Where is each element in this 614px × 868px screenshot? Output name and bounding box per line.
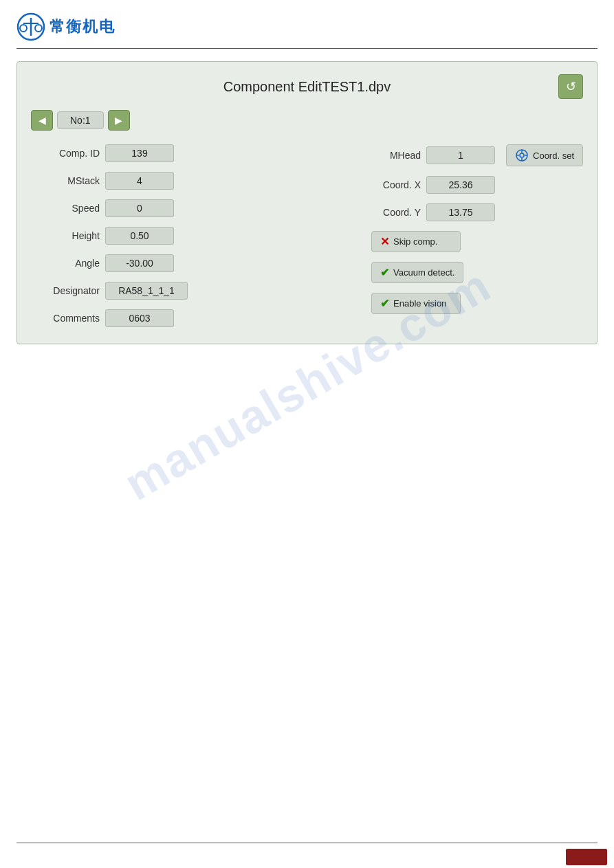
footer: [0, 846, 614, 868]
coord-x-row: Coord. X 25.36: [366, 176, 583, 194]
angle-value: -30.00: [105, 254, 174, 272]
speed-label: Speed: [31, 203, 100, 214]
coord-set-label: Coord. set: [533, 151, 574, 161]
coord-y-row: Coord. Y 13.75: [366, 203, 583, 221]
check-icon-vacuum: ✔: [380, 266, 389, 279]
coord-x-label: Coord. X: [366, 179, 421, 190]
speed-value: 0: [105, 199, 174, 217]
coord-y-value: 13.75: [426, 203, 495, 221]
panel-title: Component EditTEST1.dpv: [56, 79, 558, 95]
svg-point-3: [20, 25, 27, 32]
footer-divider: [17, 843, 597, 843]
skip-comp-button[interactable]: ✕ Skip comp.: [371, 231, 461, 252]
height-label: Height: [31, 230, 100, 241]
vacuum-detect-button[interactable]: ✔ Vacuum detect.: [371, 262, 463, 283]
height-value: 0.50: [105, 227, 174, 245]
next-button[interactable]: ▶: [108, 110, 130, 131]
comments-value: 0603: [105, 309, 174, 327]
enable-vision-row: ✔ Enable vision: [366, 293, 583, 314]
panel-title-row: Component EditTEST1.dpv ↺: [31, 74, 583, 99]
angle-row: Angle -30.00: [31, 254, 345, 272]
coord-y-label: Coord. Y: [366, 207, 421, 218]
coord-set-button[interactable]: Coord. set: [506, 144, 583, 166]
x-icon: ✕: [380, 235, 389, 248]
height-row: Height 0.50: [31, 227, 345, 245]
speed-row: Speed 0: [31, 199, 345, 217]
left-column: Comp. ID 139 MStack 4 Speed 0 Height 0.5…: [31, 144, 345, 327]
check-icon-vision: ✔: [380, 297, 389, 310]
coord-x-value: 25.36: [426, 176, 495, 194]
logo-text: 常衡机电: [50, 16, 116, 37]
prev-button[interactable]: ◀: [31, 110, 53, 131]
right-column: MHead 1 Coord. set Coord. X: [366, 144, 583, 327]
crosshair-icon: [515, 148, 529, 162]
svg-point-6: [520, 153, 524, 157]
mhead-label: MHead: [366, 150, 421, 161]
skip-comp-label: Skip comp.: [393, 236, 437, 247]
comments-label: Comments: [31, 313, 100, 324]
enable-vision-button[interactable]: ✔ Enable vision: [371, 293, 461, 314]
main-panel: Component EditTEST1.dpv ↺ ◀ No:1 ▶ Comp.…: [17, 61, 597, 344]
designator-row: Designator RA58_1_1_1: [31, 282, 345, 300]
footer-button[interactable]: [566, 849, 607, 865]
svg-point-4: [35, 25, 42, 32]
logo-icon: [17, 12, 45, 41]
header-divider: [17, 48, 597, 49]
vacuum-detect-row: ✔ Vacuum detect.: [366, 262, 583, 283]
comp-id-value: 139: [105, 144, 174, 162]
comp-id-label: Comp. ID: [31, 148, 100, 159]
comp-id-row: Comp. ID 139: [31, 144, 345, 162]
refresh-icon: ↺: [566, 79, 576, 94]
angle-label: Angle: [31, 258, 100, 269]
header: 常衡机电: [0, 0, 614, 48]
nav-row: ◀ No:1 ▶: [31, 110, 583, 131]
vacuum-detect-label: Vacuum detect.: [393, 267, 454, 278]
refresh-button[interactable]: ↺: [558, 74, 583, 99]
form-area: Comp. ID 139 MStack 4 Speed 0 Height 0.5…: [31, 144, 583, 327]
designator-label: Designator: [31, 285, 100, 296]
designator-value: RA58_1_1_1: [105, 282, 188, 300]
mhead-value: 1: [426, 146, 495, 164]
enable-vision-label: Enable vision: [393, 298, 446, 309]
skip-comp-row: ✕ Skip comp.: [366, 231, 583, 252]
mhead-row: MHead 1 Coord. set: [366, 144, 583, 166]
mstack-label: MStack: [31, 175, 100, 186]
mstack-row: MStack 4: [31, 172, 345, 190]
nav-current-label: No:1: [57, 111, 104, 129]
prev-icon: ◀: [39, 115, 46, 126]
next-icon: ▶: [115, 115, 122, 126]
logo: 常衡机电: [17, 12, 116, 41]
mstack-value: 4: [105, 172, 174, 190]
comments-row: Comments 0603: [31, 309, 345, 327]
